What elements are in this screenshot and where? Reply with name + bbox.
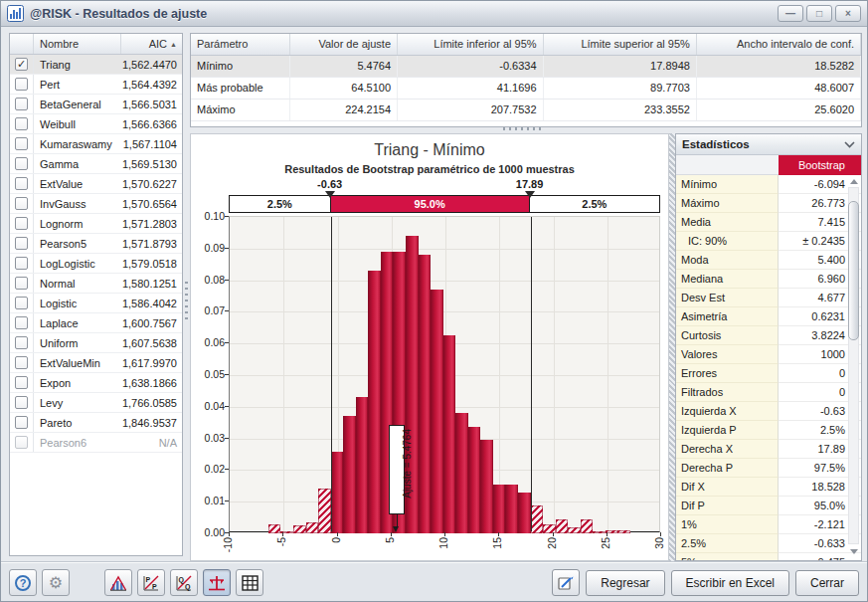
chevron-down-icon[interactable] [844, 141, 855, 148]
stat-row[interactable]: Filtrados0 [676, 383, 861, 402]
data-grid-button[interactable] [236, 569, 263, 596]
settings-button[interactable]: ⚙ [42, 569, 70, 596]
unchecked-checkbox[interactable] [15, 217, 28, 230]
unchecked-checkbox[interactable] [15, 177, 28, 190]
unchecked-checkbox[interactable] [15, 98, 28, 110]
unchecked-checkbox[interactable] [15, 237, 28, 250]
scroll-up-icon[interactable] [850, 179, 858, 184]
fit-list-row[interactable]: LogLogistic1,579.0518 [10, 254, 182, 274]
unchecked-checkbox[interactable] [15, 257, 28, 270]
edit-report-button[interactable] [552, 569, 580, 596]
unchecked-checkbox[interactable] [15, 396, 28, 409]
help-button[interactable]: ? [9, 569, 37, 596]
stat-row[interactable]: 2.5%-0.633 [676, 534, 861, 553]
fit-list-row[interactable]: Uniform1,607.5638 [10, 333, 182, 353]
fit-list-row[interactable]: Kumaraswamy1,567.1104 [10, 134, 182, 154]
stat-row[interactable]: Media7.415 [676, 213, 861, 232]
bootstrap-view-button[interactable] [203, 569, 231, 596]
fit-list-row[interactable]: InvGauss1,570.6564 [10, 194, 182, 214]
fit-list-row[interactable]: ✓Triang1,562.4470 [10, 55, 182, 75]
param-col-header[interactable]: Ancho intervalo de conf. [696, 34, 860, 55]
stat-row[interactable]: Derecha X17.89 [676, 440, 861, 459]
unchecked-checkbox[interactable] [15, 316, 28, 329]
fit-list-row[interactable]: Gamma1,569.5130 [10, 154, 182, 174]
stat-row[interactable]: Mínimo-6.094 [676, 175, 861, 194]
unchecked-checkbox[interactable] [15, 197, 28, 210]
stat-row[interactable]: Asimetría0.6231 [676, 307, 861, 326]
parameter-row[interactable]: Más probable64.510041.169689.770348.6007 [191, 77, 861, 99]
back-button[interactable]: Regresar [586, 570, 664, 596]
fit-list-row[interactable]: BetaGeneral1,566.5031 [10, 95, 182, 114]
param-col-header[interactable]: Parámetro [191, 34, 290, 55]
fit-list-row[interactable]: Weibull1,566.6366 [10, 114, 182, 134]
qq-plot-button[interactable]: Q Q [170, 569, 198, 596]
param-col-header[interactable]: Valor de ajuste [290, 34, 398, 55]
maximize-button[interactable]: □ [806, 5, 832, 22]
param-col-header[interactable]: Límite inferior al 95% [398, 34, 544, 55]
horizontal-splitter-grip[interactable] [503, 127, 545, 130]
fit-list-header-name[interactable]: Nombre [34, 34, 121, 54]
statistics-header[interactable]: Estadísticos [676, 134, 861, 155]
fit-list-row[interactable]: Normal1,580.1251 [10, 274, 182, 294]
unchecked-checkbox[interactable] [15, 117, 28, 130]
stat-row[interactable]: Dif P95.0% [676, 497, 861, 515]
stat-row[interactable]: Moda5.400 [676, 251, 861, 270]
fit-list-row[interactable]: Pearson6N/A [10, 433, 182, 453]
scroll-down-icon[interactable] [850, 549, 858, 554]
stat-row[interactable]: 5%0.475 [676, 553, 861, 561]
stat-row[interactable]: Izquierda P2.5% [676, 421, 861, 440]
fit-list-row[interactable]: Laplace1,600.7567 [10, 313, 182, 333]
stat-row[interactable]: Derecha P97.5% [676, 459, 861, 478]
stat-row[interactable]: Desv Est4.677 [676, 289, 861, 307]
unchecked-checkbox[interactable] [15, 356, 28, 369]
delimiter-line[interactable] [331, 217, 332, 531]
stat-row[interactable]: Izquierda X-0.63 [676, 402, 861, 421]
parameter-row[interactable]: Mínimo5.4764-0.633417.894818.5282 [191, 55, 861, 77]
stat-row[interactable]: Curtosis3.8224 [676, 326, 861, 345]
unchecked-checkbox[interactable] [15, 277, 28, 290]
fit-list-row[interactable]: ExtValueMin1,617.9970 [10, 353, 182, 373]
close-dialog-button[interactable]: Cerrar [795, 570, 859, 596]
stat-row[interactable]: Máximo26.773 [676, 194, 861, 213]
stats-scrollbar[interactable] [848, 177, 859, 554]
fit-list-row[interactable]: Levy1,766.0585 [10, 393, 182, 413]
fit-list-row[interactable]: ExtValue1,570.6227 [10, 174, 182, 194]
scrollbar-thumb[interactable] [848, 201, 859, 340]
stat-row[interactable]: Mediana6.960 [676, 270, 861, 289]
fit-list-row[interactable]: Pareto1,846.9537 [10, 413, 182, 433]
fit-list-row[interactable]: Expon1,638.1866 [10, 373, 182, 393]
fit-comparison-button[interactable] [104, 569, 132, 596]
fit-list-row[interactable]: Logistic1,586.4042 [10, 294, 182, 313]
unchecked-checkbox[interactable] [15, 297, 28, 309]
left-delimiter-handle[interactable] [325, 191, 335, 198]
fit-list-row[interactable]: Lognorm1,571.2803 [10, 214, 182, 234]
param-col-header[interactable]: Límite superior al 95% [543, 34, 696, 55]
unchecked-checkbox[interactable] [15, 78, 28, 91]
stat-label: Valores [676, 345, 779, 364]
unchecked-checkbox[interactable] [15, 416, 28, 429]
fit-list-row[interactable]: Pert1,564.4392 [10, 75, 182, 95]
close-button[interactable]: × [835, 5, 861, 22]
write-to-excel-button[interactable]: Escribir en Excel [671, 570, 789, 596]
right-delimiter-value: 17.89 [516, 178, 544, 190]
parameter-row[interactable]: Máximo224.2154207.7532233.355225.6020 [191, 99, 861, 120]
titlebar[interactable]: @RISK - Resultados de ajuste — □ × [1, 1, 867, 27]
delimiter-line[interactable] [531, 217, 532, 531]
stat-row[interactable]: IC: 90%± 0.2435 [676, 232, 861, 251]
fit-list-header-aic[interactable]: AIC ▲ [121, 34, 182, 54]
minimize-button[interactable]: — [778, 5, 803, 22]
right-delimiter-handle[interactable] [525, 191, 535, 198]
checked-checkbox[interactable]: ✓ [15, 58, 28, 71]
unchecked-checkbox[interactable] [15, 157, 28, 170]
unchecked-checkbox[interactable] [15, 137, 28, 150]
unchecked-checkbox[interactable] [15, 376, 28, 389]
fit-list-row[interactable]: Pearson51,571.8793 [10, 234, 182, 254]
stat-row[interactable]: Valores1000 [676, 345, 861, 364]
stat-row[interactable]: Dif X18.528 [676, 478, 861, 497]
unchecked-checkbox[interactable] [15, 336, 28, 349]
vertical-splitter[interactable] [184, 33, 189, 556]
stat-row[interactable]: 1%-2.121 [676, 515, 861, 534]
stat-row[interactable]: Errores0 [676, 364, 861, 383]
pp-plot-button[interactable]: P P [137, 569, 165, 596]
unchecked-checkbox[interactable] [15, 436, 28, 449]
